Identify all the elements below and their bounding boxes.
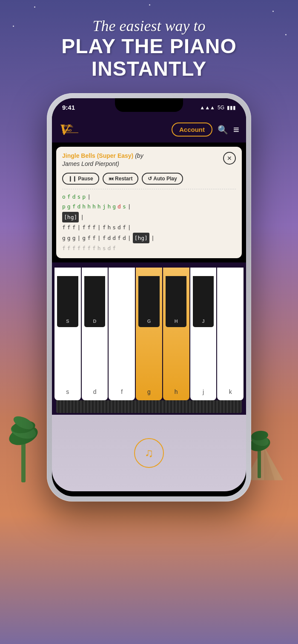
note: f	[72, 202, 76, 211]
note: f	[77, 243, 80, 253]
note: f	[92, 222, 96, 232]
account-button[interactable]: Account	[172, 123, 212, 137]
note: g	[62, 233, 66, 243]
note: |	[128, 202, 131, 211]
note: h	[82, 202, 86, 211]
white-key-label-k: k	[229, 388, 232, 395]
note: o	[62, 192, 66, 202]
black-key-G-container: G	[136, 276, 162, 327]
piano-keyboard: S s D d	[52, 264, 246, 400]
pause-button[interactable]: ❙❙ Pause	[62, 173, 99, 185]
note: s	[77, 192, 80, 202]
black-key-label-S: S	[54, 276, 81, 327]
white-key-f[interactable]: f	[109, 268, 135, 400]
white-key-g[interactable]: G g	[136, 268, 162, 400]
note: d	[123, 233, 126, 243]
note: s	[123, 202, 126, 211]
note: j	[103, 202, 106, 211]
piano-strip	[56, 400, 242, 413]
white-key-h[interactable]: H h	[163, 268, 189, 400]
note: f	[103, 222, 106, 232]
black-key-J-container: J	[190, 276, 217, 327]
note: s	[112, 222, 116, 232]
autoplay-button[interactable]: ↺ Auto Play	[142, 173, 183, 185]
black-key-H-container: H	[163, 276, 189, 327]
music-note-button[interactable]: ♫	[134, 438, 164, 468]
note: h	[92, 202, 96, 211]
network-type: 5G	[218, 105, 224, 111]
note: s	[103, 243, 106, 253]
note: g	[112, 202, 116, 211]
search-icon[interactable]: 🔍	[218, 125, 228, 135]
music-note-icon: ♫	[145, 446, 154, 460]
phone-outer-shell: 9:41 ▲▲▲ 5G ▮▮▮ V IRTUAL PIANO	[47, 93, 251, 502]
note: g	[67, 202, 71, 211]
white-key-label-d: d	[93, 388, 97, 395]
phone-mockup: 9:41 ▲▲▲ 5G ▮▮▮ V IRTUAL PIANO	[0, 93, 298, 502]
status-icons: ▲▲▲ 5G ▮▮▮	[200, 105, 236, 111]
notes-line-2: p g f d h h h h j h g d s |	[62, 202, 236, 211]
note: f	[82, 222, 86, 232]
note: f	[67, 243, 71, 253]
note: f	[67, 192, 71, 202]
sheet-divider	[62, 189, 236, 189]
svg-text:IRTUAL: IRTUAL	[62, 125, 73, 128]
black-key-text-H: H	[175, 319, 178, 324]
note: |	[128, 222, 131, 232]
white-key-label-g: g	[147, 388, 151, 395]
logo-emblem: V IRTUAL PIANO	[59, 121, 80, 138]
note: f	[117, 233, 121, 243]
note: d	[107, 233, 111, 243]
black-key-text-J: J	[202, 319, 204, 324]
note: f	[82, 243, 86, 253]
note: d	[117, 222, 121, 232]
note: f	[72, 222, 76, 232]
note: g	[67, 233, 71, 243]
white-key-d[interactable]: D d	[82, 268, 108, 400]
note: |	[128, 233, 131, 243]
song-title-bold: Jingle Bells (Super Easy)	[62, 152, 133, 159]
status-time: 9:41	[62, 104, 75, 111]
white-keys-container: S s D d	[52, 268, 246, 400]
note: p	[82, 192, 86, 202]
note: d	[77, 202, 80, 211]
note: f	[87, 222, 91, 232]
note: g	[82, 233, 86, 243]
note: f	[92, 233, 96, 243]
black-key-text-S: S	[66, 319, 69, 324]
song-title: Jingle Bells (Super Easy) (byJames Lord …	[62, 152, 143, 168]
header-section: The easiest way to PLAY THE PIANO INSTAN…	[0, 0, 298, 89]
note: h	[107, 202, 111, 211]
notes-area: o f d s p | p g f d h h	[62, 192, 236, 253]
note: |	[87, 192, 91, 202]
note: f	[87, 243, 91, 253]
signal-icon: ▲▲▲	[200, 105, 215, 111]
white-key-s[interactable]: S s	[54, 268, 81, 400]
note: p	[62, 202, 66, 211]
bottom-area: ♫	[52, 415, 246, 491]
close-button[interactable]: ✕	[223, 152, 236, 165]
notes-line-6: f f f f f f f h s d f	[62, 243, 236, 253]
note-current: [hg]	[62, 212, 79, 222]
note: f	[62, 222, 66, 232]
restart-button[interactable]: ⏮ Restart	[103, 173, 139, 185]
white-key-j[interactable]: J j	[190, 268, 217, 400]
piano-section: S s D d	[52, 262, 246, 415]
notes-line-3: [hg] |	[62, 212, 236, 222]
note: |	[97, 233, 101, 243]
status-bar: 9:41 ▲▲▲ 5G ▮▮▮	[52, 98, 246, 117]
note: f	[62, 243, 66, 253]
note-current-2: [hg]	[133, 233, 149, 243]
note: f	[72, 243, 76, 253]
note: f	[92, 243, 96, 253]
white-key-label-s: s	[66, 388, 69, 395]
app-navigation: V IRTUAL PIANO Account 🔍 ≡	[52, 117, 246, 142]
black-key-text-G: G	[147, 319, 151, 324]
phone-screen: 9:41 ▲▲▲ 5G ▮▮▮ V IRTUAL PIANO	[52, 98, 246, 496]
white-key-k[interactable]: k	[217, 268, 244, 400]
app-logo: V IRTUAL PIANO	[59, 121, 80, 138]
menu-icon[interactable]: ≡	[233, 124, 239, 136]
notes-line-1: o f d s p |	[62, 192, 236, 202]
note: |	[151, 233, 155, 243]
nav-right-section: Account 🔍 ≡	[172, 123, 239, 137]
